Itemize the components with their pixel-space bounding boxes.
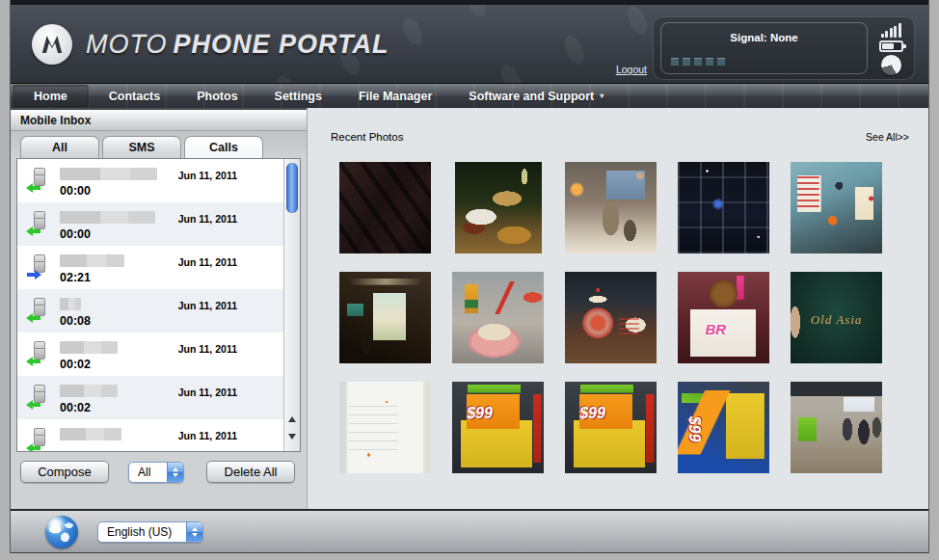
signal-block <box>693 57 703 67</box>
redacted-name <box>60 211 155 224</box>
logout-link[interactable]: Logout <box>616 64 647 75</box>
redacted-name <box>60 168 157 180</box>
storage-pie-icon <box>881 55 901 75</box>
entry-date: Jun 11, 2011 <box>178 300 237 311</box>
see-all-link[interactable]: See All>> <box>866 131 909 143</box>
photo-thumbnail-4[interactable] <box>678 162 769 253</box>
photo-thumbnail-5[interactable] <box>791 162 882 253</box>
status-icons <box>873 21 908 77</box>
panel-title: Mobile Inbox <box>11 108 307 131</box>
photo-thumbnail-11[interactable] <box>339 382 431 473</box>
photo-thumbnail-9[interactable]: BR <box>678 272 769 363</box>
recent-photos-section: Recent Photos See All>> BR Old Asia <box>308 108 928 509</box>
tab-all[interactable]: All <box>20 136 99 158</box>
redacted-name <box>60 428 121 440</box>
photos-header: Recent Photos See All>> <box>331 131 913 143</box>
entry-date: Jun 11, 2011 <box>178 387 237 398</box>
motorola-logo-icon <box>32 24 72 65</box>
entry-date: Jun 11, 2011 <box>178 430 237 441</box>
call-duration: 00:00 <box>60 184 283 198</box>
inbox-scrollbar[interactable] <box>283 159 300 451</box>
photo-thumbnail-7[interactable] <box>452 272 544 363</box>
redacted-name <box>60 385 118 397</box>
photo-thumbnail-10[interactable]: Old Asia <box>791 272 882 363</box>
status-panel: Signal: None <box>653 16 915 80</box>
inbox-entry[interactable]: Jun 11, 2011 <box>17 419 283 452</box>
call-duration: 02:21 <box>60 271 283 284</box>
inbox-tabs: All SMS Calls <box>11 131 307 158</box>
incoming-call-icon <box>26 313 41 323</box>
inbox-entry[interactable]: 02:21 Jun 11, 2011 <box>17 246 283 289</box>
photo-overlay-text: $99 <box>467 405 493 422</box>
redacted-name <box>60 298 81 310</box>
photo-thumbnail-14[interactable]: $99 <box>678 382 769 473</box>
incoming-call-icon <box>26 357 41 366</box>
nav-item-contacts[interactable]: Contacts <box>91 84 178 108</box>
photo-thumbnail-15[interactable] <box>791 382 882 473</box>
delete-all-button[interactable]: Delete All <box>206 461 295 483</box>
main-nav: Home Contacts Photos Settings File Manag… <box>11 83 928 108</box>
stepper-icon <box>167 463 183 482</box>
entry-date: Jun 11, 2011 <box>178 256 237 268</box>
inbox-actions: Compose All Delete All <box>11 452 307 483</box>
scroll-up-button[interactable] <box>284 413 300 426</box>
inbox-list: 00:00 Jun 11, 2011 00:00 Jun 11, 2011 <box>16 158 301 452</box>
photo-thumbnail-13[interactable]: $99 <box>565 382 657 473</box>
chevron-down-icon: ▾ <box>600 92 604 100</box>
entry-date: Jun 11, 2011 <box>178 213 237 225</box>
photo-overlay-text: Old Asia <box>791 312 882 328</box>
photo-thumbnail-8[interactable] <box>565 272 657 363</box>
inbox-entry[interactable]: 00:08 Jun 11, 2011 <box>17 289 283 333</box>
globe-icon <box>45 516 78 548</box>
outgoing-call-icon <box>26 270 41 280</box>
signal-status-label: Signal: None <box>661 32 867 43</box>
tab-calls[interactable]: Calls <box>184 136 263 158</box>
inbox-entry[interactable]: 00:02 Jun 11, 2011 <box>17 376 283 419</box>
app-header: MOTOPHONE PORTAL Logout Signal: None <box>11 0 928 83</box>
incoming-call-icon <box>26 400 41 410</box>
inbox-entry[interactable]: 00:00 Jun 11, 2011 <box>17 202 283 246</box>
redacted-name <box>60 254 124 267</box>
entry-date: Jun 11, 2011 <box>178 343 237 355</box>
mobile-inbox-panel: Mobile Inbox All SMS Calls 00:00 Jun 11,… <box>11 108 308 509</box>
nav-item-file-manager[interactable]: File Manager <box>340 84 450 108</box>
photo-thumbnail-1[interactable] <box>339 162 431 253</box>
photo-thumbnail-6[interactable] <box>339 272 431 363</box>
battery-icon <box>879 40 903 52</box>
incoming-call-icon <box>26 227 41 236</box>
scrollbar-thumb[interactable] <box>286 163 298 213</box>
photo-overlay-text: $99 <box>579 405 605 422</box>
tab-sms[interactable]: SMS <box>102 136 181 158</box>
inbox-entry[interactable]: 00:02 Jun 11, 2011 <box>17 333 283 376</box>
photo-overlay-text: $99 <box>685 416 703 442</box>
photo-grid: BR Old Asia $99 $99 $99 <box>338 162 913 473</box>
stepper-icon <box>186 522 202 542</box>
app-title: MOTOPHONE PORTAL <box>86 30 389 60</box>
nav-item-home[interactable]: Home <box>13 85 89 107</box>
compose-button[interactable]: Compose <box>20 461 109 483</box>
call-duration: 00:08 <box>60 314 283 328</box>
inbox-entries: 00:00 Jun 11, 2011 00:00 Jun 11, 2011 <box>17 159 283 452</box>
photo-thumbnail-3[interactable] <box>565 162 657 253</box>
entry-date: Jun 11, 2011 <box>178 170 237 181</box>
inbox-entry[interactable]: 00:00 Jun 11, 2011 <box>17 159 283 202</box>
photo-thumbnail-12[interactable]: $99 <box>452 382 544 473</box>
status-inner-panel: Signal: None <box>660 22 868 74</box>
incoming-call-icon <box>26 183 41 193</box>
brand: MOTOPHONE PORTAL <box>32 24 389 65</box>
main-content: Mobile Inbox All SMS Calls 00:00 Jun 11,… <box>11 108 928 509</box>
language-select[interactable]: English (US) <box>97 521 203 543</box>
language-selected-value: English (US) <box>98 525 186 539</box>
signal-block <box>716 57 726 67</box>
scroll-down-button[interactable] <box>284 430 300 443</box>
app-title-moto: MOTO <box>86 30 168 59</box>
nav-item-settings[interactable]: Settings <box>256 84 340 108</box>
redacted-name <box>60 341 118 354</box>
signal-block <box>705 57 714 67</box>
photo-thumbnail-2[interactable] <box>455 162 542 253</box>
message-filter-select[interactable]: All <box>128 462 184 483</box>
nav-item-software-support[interactable]: Software and Support▾ <box>450 84 622 108</box>
signal-bars-icon <box>881 23 901 38</box>
nav-item-photos[interactable]: Photos <box>178 84 255 108</box>
signal-block <box>682 57 691 67</box>
